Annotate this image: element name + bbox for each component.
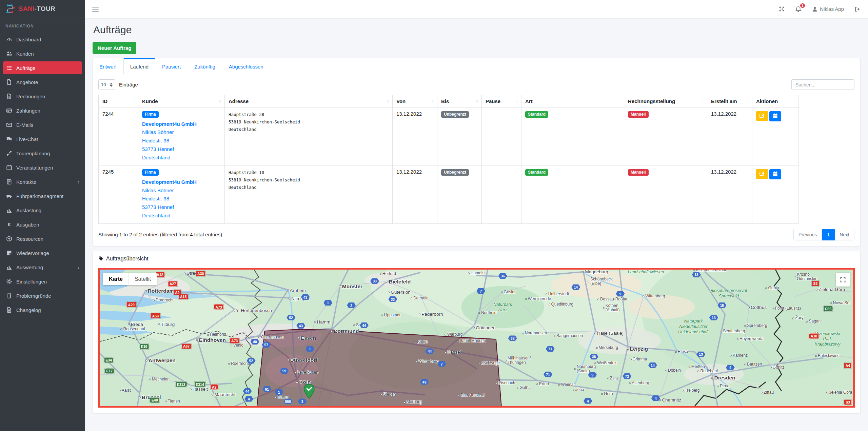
sidebar-item-fuhrparkmanagment[interactable]: Fuhrparkmanagment <box>3 190 82 202</box>
sidebar-item-e-mails[interactable]: E-Mails <box>3 118 82 131</box>
customer-detail-link[interactable]: Deutschland <box>142 212 221 220</box>
customer-detail-link[interactable]: Niklas Böhner <box>142 128 221 137</box>
map-canvas[interactable]: UtrechtRotterdamDordrechtArnhemNijmegen'… <box>98 268 855 408</box>
tab-entwurf[interactable]: Entwurf <box>93 58 123 74</box>
column-header-von[interactable]: Von↑↓ <box>393 95 437 107</box>
edit-icon <box>759 113 765 119</box>
sidebar: SANI-TOUR NAVIGATION DashboardKundenAuft… <box>0 0 85 431</box>
sidebar-item-tourenplanung[interactable]: Tourenplanung <box>3 147 82 160</box>
customer-company-link[interactable]: Development4u GmbH <box>142 178 221 187</box>
map-type-karte-button[interactable]: Karte <box>103 273 129 285</box>
page-title: Aufträge <box>93 24 860 36</box>
pagination-previous-button[interactable]: Previous <box>793 229 822 240</box>
sidebar-item-label: Wiedervorlage <box>16 250 49 256</box>
cell-rechnungsstellung: Manuell <box>624 165 707 223</box>
nav-section-label: NAVIGATION <box>0 18 85 32</box>
sidebar-item-label: Auslastung <box>16 208 41 213</box>
rechnung-badge: Manuell <box>628 169 649 176</box>
entries-per-page-select[interactable]: 10 <box>98 79 115 90</box>
column-header-art[interactable]: Art↑↓ <box>521 95 624 107</box>
cell-adresse: Hauptstraße 38 53819 Neunkirchen-Seelsch… <box>225 107 393 165</box>
tab-abgeschlossen[interactable]: Abgeschlossen <box>222 58 270 74</box>
sidebar-item-wiedervorlage[interactable]: Wiedervorlage <box>3 247 82 259</box>
cell-kunde: FirmaDevelopment4u GmbHNiklas BöhnerHeid… <box>138 165 225 223</box>
customer-detail-link[interactable]: 53773 Hennef <box>142 203 221 212</box>
user-menu[interactable]: Niklas App <box>812 6 844 12</box>
column-header-rechnungsstellung[interactable]: Rechnungsstellung↑↓ <box>624 95 707 107</box>
sidebar-nav: DashboardKundenAufträgeAngebote$Rechnung… <box>0 33 85 316</box>
customer-detail-link[interactable]: Heidestr. 38 <box>142 195 221 203</box>
sidebar-item-label: Changelog <box>16 307 41 313</box>
map-fullscreen-button[interactable] <box>836 273 850 287</box>
calendar-button[interactable] <box>769 111 781 121</box>
table-row: 7244FirmaDevelopment4u GmbHNiklas Böhner… <box>99 107 799 165</box>
sidebar-item-label: Angebote <box>16 79 38 85</box>
sidebar-item-label: Zahlungen <box>16 108 40 114</box>
customer-detail-link[interactable]: Niklas Böhner <box>142 187 221 195</box>
sidebar-item-auswertung[interactable]: Auswertung‹ <box>3 261 82 274</box>
column-header-id[interactable]: ID↑↓ <box>99 95 138 107</box>
sort-icon: ↑↓ <box>219 99 221 103</box>
sidebar-item-auftr-ge[interactable]: Aufträge <box>3 61 82 74</box>
art-badge: Standard <box>525 111 548 118</box>
column-header-adresse[interactable]: Adresse↑↓ <box>225 95 393 107</box>
fullscreen-icon[interactable] <box>778 6 785 12</box>
cell-von: 13.12.2022 <box>393 165 437 223</box>
sidebar-item-rechnungen[interactable]: $Rechnungen <box>3 90 82 103</box>
sidebar-item-problemgr-nde[interactable]: Problemgründe <box>3 289 82 302</box>
edit-button[interactable] <box>756 111 768 121</box>
edit-button[interactable] <box>756 169 768 179</box>
customer-company-link[interactable]: Development4u GmbH <box>142 120 221 129</box>
new-order-button[interactable]: Neuer Auftrag <box>93 42 136 54</box>
firma-badge: Firma <box>142 111 159 118</box>
column-header-kunde[interactable]: Kunde↑↓ <box>138 95 225 107</box>
pagination-next-button[interactable]: Next <box>835 229 854 240</box>
tab-zukünftig[interactable]: Zukünftig <box>188 58 222 74</box>
sidebar-item-veranstaltungen[interactable]: Veranstaltungen <box>3 161 82 174</box>
column-header-pause[interactable]: Pause↑↓ <box>482 95 521 107</box>
column-header-erstellt-am[interactable]: Erstellt am↑↓ <box>707 95 752 107</box>
logout-icon[interactable] <box>854 6 861 12</box>
menu-toggle-icon[interactable] <box>92 5 99 13</box>
sidebar-item-label: Dashboard <box>16 37 41 42</box>
customer-detail-link[interactable]: Deutschland <box>142 154 221 162</box>
card-icon <box>5 107 13 114</box>
user-icon <box>812 6 818 12</box>
cell-id: 7245 <box>99 165 138 223</box>
bis-badge: Unbegrenzt <box>441 111 469 118</box>
notifications-bell-icon[interactable]: 1 <box>795 6 802 13</box>
sidebar-item-live-chat[interactable]: Live-Chat <box>3 133 82 145</box>
customer-detail-link[interactable]: Heidestr. 38 <box>142 137 221 145</box>
sidebar-item-kunden[interactable]: Kunden <box>3 47 82 60</box>
map-type-satellit-button[interactable]: Satellit <box>129 273 157 285</box>
sidebar-item-angebote[interactable]: Angebote <box>3 76 82 89</box>
sidebar-item-einstellungen[interactable]: Einstellungen <box>3 275 82 288</box>
column-header-bis[interactable]: Bis↑↓ <box>437 95 482 107</box>
sidebar-item-label: Einstellungen <box>16 279 47 285</box>
sidebar-item-dashboard[interactable]: Dashboard <box>3 33 82 46</box>
book-icon <box>5 179 13 185</box>
cell-rechnungsstellung: Manuell <box>624 107 707 165</box>
pagination-page-1-button[interactable]: 1 <box>822 229 835 240</box>
mail-icon <box>5 122 13 128</box>
map-card: Auftragsübersicht <box>93 251 860 413</box>
sidebar-item-label: Aufträge <box>16 65 36 71</box>
sidebar-item-label: Ausgaben <box>16 222 39 228</box>
tab-laufend[interactable]: Laufend <box>123 58 155 74</box>
sidebar-item-auslastung[interactable]: Auslastung <box>3 204 82 217</box>
tab-pausiert[interactable]: Pausiert <box>155 58 188 74</box>
sidebar-item-zahlungen[interactable]: Zahlungen <box>3 104 82 117</box>
sidebar-item-changelog[interactable]: Changelog <box>3 303 82 316</box>
customer-detail-link[interactable]: 53773 Hennef <box>142 145 221 154</box>
sidebar-item-ressourcen[interactable]: Ressourcen <box>3 232 82 245</box>
search-input[interactable] <box>791 79 854 90</box>
brand[interactable]: SANI-TOUR <box>0 0 85 18</box>
bis-badge: Unbegrenzt <box>441 169 469 176</box>
sidebar-item-ausgaben[interactable]: €Ausgaben <box>3 218 82 231</box>
calendar-button[interactable] <box>769 169 781 179</box>
table-info-text: Showing 1 to 2 of 2 entries (filtered fr… <box>98 232 222 237</box>
sidebar-item-kontakte[interactable]: Kontakte‹ <box>3 175 82 188</box>
rechnung-badge: Manuell <box>628 111 649 118</box>
sort-icon: ↑↓ <box>515 99 517 103</box>
file-icon <box>5 79 13 85</box>
